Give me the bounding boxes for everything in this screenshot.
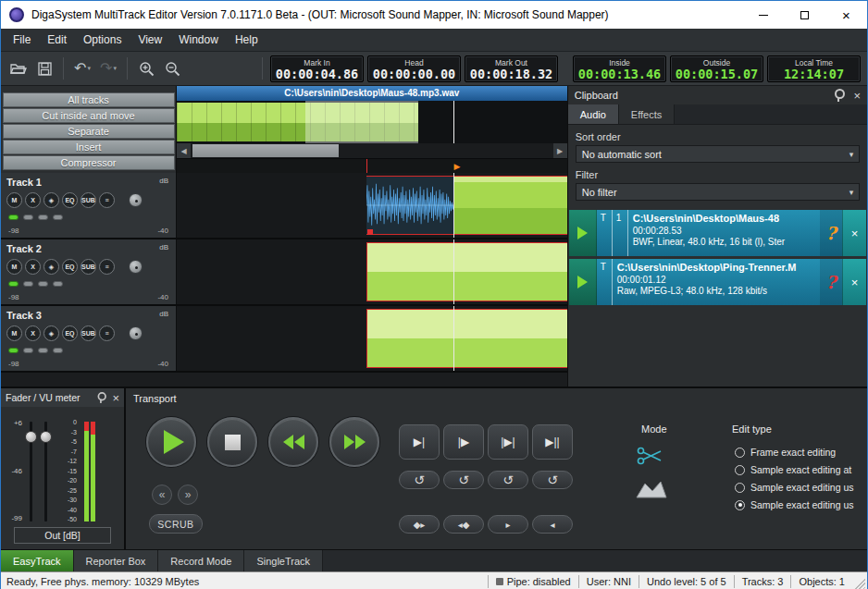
- stop-button[interactable]: [207, 417, 257, 467]
- fader-thumb-right[interactable]: [40, 431, 52, 443]
- track-3-waveform[interactable]: [177, 306, 567, 371]
- undo-button[interactable]: ↶ ▾: [70, 56, 94, 80]
- eq-button[interactable]: EQ: [62, 192, 78, 208]
- gain-knob[interactable]: [129, 326, 143, 340]
- compressor-button[interactable]: Compressor: [3, 155, 175, 170]
- edit-option-frame-exact[interactable]: Frame exact editing: [735, 447, 836, 458]
- next-object-button[interactable]: »: [178, 485, 198, 505]
- step-back-button[interactable]: ◂: [532, 515, 573, 534]
- track-1-waveform[interactable]: [177, 173, 567, 238]
- tab-singletrack[interactable]: SingleTrack: [244, 550, 323, 571]
- track-2-waveform[interactable]: [177, 239, 567, 304]
- menu-help[interactable]: Help: [227, 30, 267, 50]
- edit-option-sample-exact-2[interactable]: Sample exact editing us: [735, 482, 853, 493]
- tab-audio[interactable]: Audio: [568, 104, 619, 124]
- edit-option-sample-exact-1[interactable]: Sample exact editing at: [735, 464, 851, 475]
- eq-button[interactable]: EQ: [62, 259, 78, 275]
- item-play-button[interactable]: [569, 259, 597, 305]
- previous-object-button[interactable]: «: [152, 485, 172, 505]
- resize-grip[interactable]: [853, 577, 865, 589]
- open-folder-button[interactable]: [6, 56, 31, 80]
- pan-button[interactable]: ◈: [43, 192, 59, 208]
- menu-edit[interactable]: Edit: [39, 30, 75, 50]
- zoom-in-button[interactable]: [134, 56, 158, 80]
- tab-effects[interactable]: Effects: [619, 104, 675, 124]
- mute-button[interactable]: M: [6, 325, 22, 341]
- step-forward-button[interactable]: ▸: [488, 515, 528, 534]
- scrub-button[interactable]: SCRUB: [149, 514, 203, 534]
- play-to-mark-button[interactable]: ▶|: [399, 424, 440, 460]
- mute-all-button[interactable]: X: [25, 325, 41, 341]
- question-mark-icon[interactable]: ?: [820, 259, 842, 305]
- play-button[interactable]: [146, 417, 196, 467]
- play-around-button[interactable]: ▶||: [532, 424, 573, 460]
- all-tracks-button[interactable]: All tracks: [3, 92, 175, 107]
- question-mark-icon[interactable]: ?: [820, 210, 842, 256]
- item-play-button[interactable]: [569, 210, 597, 256]
- item-remove-button[interactable]: ×: [842, 259, 866, 305]
- play-selection-button[interactable]: |▶|: [488, 424, 528, 460]
- item-remove-button[interactable]: ×: [842, 210, 866, 256]
- loop-button[interactable]: ↺: [532, 471, 573, 489]
- scroll-right-arrow[interactable]: ▶: [553, 143, 567, 158]
- tab-reporter-box[interactable]: Reporter Box: [74, 550, 159, 571]
- gain-knob[interactable]: [129, 260, 143, 274]
- maximize-button[interactable]: [784, 1, 825, 29]
- play-from-mark-button[interactable]: |▶: [443, 424, 484, 460]
- mute-button[interactable]: M: [6, 192, 22, 208]
- overview-file-header[interactable]: C:\Users\nin\Desktop\Maus-48.mp3.wav: [177, 86, 567, 101]
- jump-to-mark-out-button[interactable]: ◂◆: [443, 515, 484, 534]
- redo-button[interactable]: ↷ ▾: [96, 56, 120, 80]
- menu-options[interactable]: Options: [75, 30, 130, 50]
- zoom-out-button[interactable]: [160, 56, 184, 80]
- loop-button[interactable]: ↺: [488, 471, 528, 489]
- jump-to-mark-in-button[interactable]: ◆▸: [399, 515, 440, 534]
- pin-icon[interactable]: [834, 89, 842, 102]
- close-icon[interactable]: ×: [112, 392, 119, 404]
- menu-window[interactable]: Window: [170, 30, 227, 50]
- menu-file[interactable]: File: [5, 30, 39, 50]
- tab-record-mode[interactable]: Record Mode: [158, 550, 244, 571]
- fader-thumb-left[interactable]: [25, 431, 37, 443]
- menu-view[interactable]: View: [130, 30, 170, 50]
- audio-region[interactable]: [366, 242, 567, 301]
- track-menu-button[interactable]: ≡: [99, 259, 115, 275]
- close-icon[interactable]: ×: [853, 90, 861, 102]
- insert-button[interactable]: Insert: [3, 140, 175, 154]
- fast-forward-button[interactable]: [329, 417, 379, 467]
- filter-select[interactable]: No filter ▾: [576, 183, 860, 201]
- close-button[interactable]: ×: [825, 1, 867, 29]
- audio-region[interactable]: [366, 309, 567, 368]
- pan-button[interactable]: ◈: [43, 259, 59, 275]
- rewind-button[interactable]: [268, 417, 318, 467]
- gain-knob[interactable]: [129, 193, 143, 207]
- sub-button[interactable]: SUB: [81, 325, 96, 341]
- clipboard-item[interactable]: T 1 C:\Users\nin\Desktop\Maus-48 00:00:2…: [569, 210, 866, 256]
- cut-inside-and-move-button[interactable]: Cut inside and move: [3, 108, 175, 123]
- overview-scrollbar[interactable]: ◀ ▶: [177, 143, 567, 158]
- loop-button[interactable]: ↺: [443, 471, 484, 489]
- clipboard-item[interactable]: T C:\Users\nin\Desktop\Ping-Trenner.M 00…: [569, 259, 866, 305]
- playhead-marker[interactable]: ▶: [453, 161, 460, 172]
- separate-button[interactable]: Separate: [3, 124, 175, 139]
- loop-button[interactable]: ↺: [399, 471, 440, 489]
- scrollbar-thumb[interactable]: [192, 144, 339, 157]
- cut-mode-icon[interactable]: [637, 446, 663, 470]
- envelope-mode-icon[interactable]: [635, 479, 668, 503]
- mute-all-button[interactable]: X: [25, 192, 41, 208]
- pin-icon[interactable]: [97, 392, 105, 403]
- scroll-left-arrow[interactable]: ◀: [177, 143, 191, 158]
- eq-button[interactable]: EQ: [62, 325, 78, 341]
- tab-easytrack[interactable]: EasyTrack: [1, 550, 74, 571]
- pan-button[interactable]: ◈: [43, 325, 59, 341]
- edit-option-sample-exact-3[interactable]: Sample exact editing us: [735, 499, 853, 510]
- mute-all-button[interactable]: X: [25, 259, 41, 275]
- sort-order-select[interactable]: No automatic sort ▾: [576, 145, 860, 163]
- mute-button[interactable]: M: [6, 259, 22, 275]
- track-menu-button[interactable]: ≡: [99, 192, 115, 208]
- sub-button[interactable]: SUB: [81, 259, 96, 275]
- sub-button[interactable]: SUB: [81, 192, 96, 208]
- timeline-ruler[interactable]: ▶: [177, 158, 567, 173]
- minimize-button[interactable]: [742, 1, 784, 29]
- save-button[interactable]: [32, 56, 56, 80]
